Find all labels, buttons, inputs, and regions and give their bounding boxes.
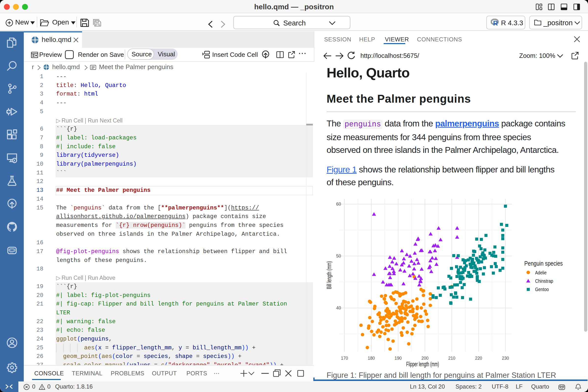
svg-text:230: 230 — [502, 356, 509, 361]
svg-text:Flipper length (mm): Flipper length (mm) — [406, 361, 439, 368]
svg-text:190: 190 — [395, 356, 402, 361]
svg-text:180: 180 — [368, 356, 375, 361]
svg-text:Gentoo: Gentoo — [535, 286, 549, 292]
svg-text:Chinstrap: Chinstrap — [535, 278, 553, 284]
svg-text:210: 210 — [448, 356, 456, 361]
svg-text:Penguin species: Penguin species — [524, 260, 563, 267]
svg-text:40: 40 — [336, 305, 341, 310]
svg-text:50: 50 — [336, 253, 341, 258]
svg-text:200: 200 — [422, 356, 428, 361]
svg-text:Bill length (mm): Bill length (mm) — [326, 261, 332, 289]
svg-text:60: 60 — [336, 202, 341, 206]
svg-text:Adelie: Adelie — [535, 270, 546, 276]
svg-text:220: 220 — [475, 356, 482, 361]
svg-text:170: 170 — [341, 356, 348, 361]
